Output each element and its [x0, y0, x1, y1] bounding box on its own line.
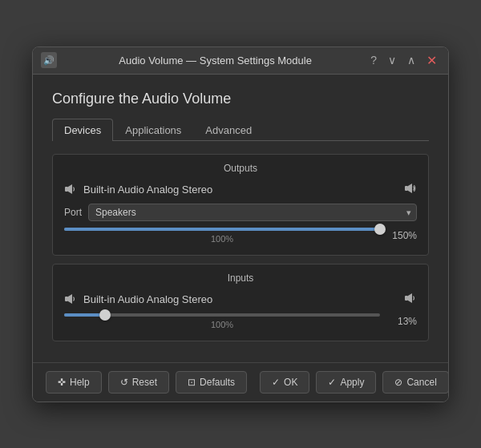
defaults-button[interactable]: ⊡ Defaults — [176, 371, 247, 394]
help-titlebar-button[interactable]: ? — [367, 52, 380, 68]
port-label: Port — [64, 207, 82, 218]
input-volume-icon — [404, 292, 417, 307]
cancel-icon: ⊘ — [394, 377, 402, 388]
tab-devices[interactable]: Devices — [52, 119, 113, 141]
svg-marker-1 — [68, 184, 72, 194]
port-row: Port Speakers — [64, 204, 417, 221]
input-device-row: Built-in Audio Analog Stereo — [64, 292, 417, 307]
svg-rect-2 — [405, 186, 408, 191]
reset-button[interactable]: ↺ Reset — [108, 371, 169, 394]
tab-applications[interactable]: Applications — [113, 119, 193, 141]
reset-label: Reset — [132, 377, 157, 388]
titlebar: 🔊 Audio Volume — System Settings Module … — [33, 47, 448, 75]
output-volume-icon — [404, 182, 417, 197]
help-icon: ✜ — [58, 377, 66, 388]
outputs-section: Outputs Built-in Audio Analog Stereo — [52, 154, 429, 256]
inputs-section: Inputs Built-in Audio Analog Stereo — [52, 264, 429, 341]
input-slider-percent: 100% — [64, 320, 380, 329]
outputs-label: Outputs — [64, 163, 417, 174]
cancel-label: Cancel — [406, 377, 436, 388]
window-title: Audio Volume — System Settings Module — [63, 54, 367, 67]
svg-marker-3 — [408, 184, 412, 193]
tab-bar: Devices Applications Advanced — [52, 119, 429, 141]
port-select[interactable]: Speakers — [88, 204, 417, 221]
tab-advanced[interactable]: Advanced — [193, 119, 264, 141]
window-controls: ? ∨ ∧ ✕ — [367, 51, 440, 70]
output-slider-value: 150% — [386, 230, 417, 241]
app-icon: 🔊 — [41, 52, 57, 68]
output-device-row: Built-in Audio Analog Stereo — [64, 182, 417, 197]
main-window: 🔊 Audio Volume — System Settings Module … — [32, 46, 449, 402]
output-slider-track[interactable] — [64, 228, 380, 231]
apply-icon: ✓ — [328, 377, 336, 388]
port-select-wrap: Speakers — [88, 204, 417, 221]
footer: ✜ Help ↺ Reset ⊡ Defaults ✓ OK ✓ Apply ⊘… — [33, 362, 448, 402]
svg-marker-7 — [408, 293, 412, 303]
output-device-name: Built-in Audio Analog Stereo — [83, 184, 404, 196]
input-device-icon — [64, 293, 77, 305]
svg-rect-4 — [65, 297, 68, 301]
ok-button[interactable]: ✓ OK — [260, 371, 309, 394]
output-slider-row: 100% 150% — [64, 228, 417, 244]
input-slider-thumb[interactable] — [99, 309, 111, 321]
page-title: Configure the Audio Volume — [52, 91, 429, 107]
apply-label: Apply — [340, 377, 364, 388]
input-slider-value: 13% — [386, 316, 417, 327]
input-device-name: Built-in Audio Analog Stereo — [83, 293, 404, 305]
ok-label: OK — [284, 377, 297, 388]
svg-marker-5 — [68, 294, 72, 304]
output-slider-fill — [64, 228, 380, 231]
close-button[interactable]: ✕ — [423, 51, 440, 70]
maximize-button[interactable]: ∧ — [404, 52, 418, 68]
help-button[interactable]: ✜ Help — [46, 371, 102, 394]
content-area: Configure the Audio Volume Devices Appli… — [33, 75, 448, 362]
svg-rect-6 — [405, 296, 408, 301]
output-slider-percent: 100% — [64, 234, 380, 244]
svg-rect-0 — [65, 187, 68, 192]
input-slider-wrap: 100% — [64, 313, 380, 329]
inputs-label: Inputs — [64, 272, 417, 284]
output-slider-thumb[interactable] — [374, 224, 386, 235]
ok-icon: ✓ — [272, 377, 280, 388]
minimize-button[interactable]: ∨ — [385, 52, 399, 68]
apply-button[interactable]: ✓ Apply — [316, 371, 376, 394]
help-label: Help — [70, 377, 90, 388]
input-slider-track[interactable] — [64, 313, 380, 317]
output-device-icon — [64, 183, 77, 196]
output-slider-wrap: 100% — [64, 228, 380, 244]
cancel-button[interactable]: ⊘ Cancel — [382, 371, 448, 394]
defaults-label: Defaults — [200, 377, 235, 388]
defaults-icon: ⊡ — [188, 377, 196, 388]
reset-icon: ↺ — [120, 377, 128, 388]
input-slider-row: 100% 13% — [64, 313, 417, 329]
